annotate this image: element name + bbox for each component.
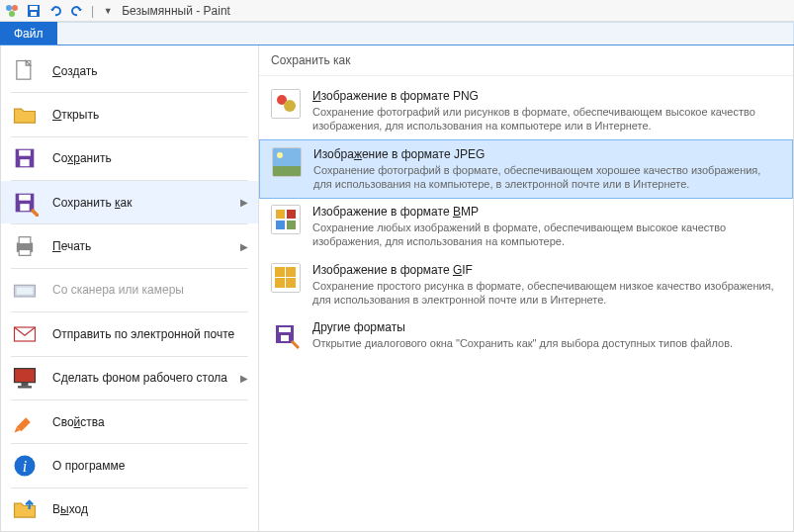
save-icon[interactable]: [26, 3, 42, 19]
menu-new[interactable]: Создать: [1, 49, 258, 92]
svg-rect-42: [281, 335, 289, 341]
format-bmp-title: Изображение в формате BMP: [312, 205, 781, 219]
format-jpeg-desc: Сохранение фотографий в формате, обеспеч…: [313, 163, 780, 192]
menu-about[interactable]: i О программе: [1, 444, 258, 487]
svg-rect-14: [19, 237, 31, 244]
undo-icon[interactable]: [47, 3, 63, 19]
gif-thumb-icon: [271, 263, 301, 293]
png-thumb-icon: [271, 89, 301, 119]
menu-save-label: Сохранить: [52, 151, 112, 165]
svg-rect-17: [17, 288, 33, 295]
menu-exit[interactable]: Выход: [1, 488, 258, 531]
menu-scanner-label: Со сканера или камеры: [52, 283, 184, 297]
save-as-panel: Сохранить как Изображение в формате PNG …: [258, 45, 793, 531]
svg-rect-8: [19, 150, 31, 156]
svg-point-0: [6, 5, 12, 11]
format-gif-title: Изображение в формате GIF: [312, 263, 781, 277]
format-other[interactable]: Другие форматы Открытие диалогового окна…: [259, 313, 793, 357]
format-png[interactable]: Изображение в формате PNG Сохранение фот…: [259, 82, 793, 140]
svg-rect-9: [20, 160, 29, 167]
menu-print-label: Печать: [52, 239, 91, 253]
svg-rect-36: [275, 267, 285, 277]
format-bmp[interactable]: Изображение в формате BMP Сохранение люб…: [259, 198, 793, 256]
file-tab-label: Файл: [14, 27, 44, 41]
svg-rect-28: [273, 166, 301, 176]
ribbon-tabs: Файл: [0, 22, 794, 45]
svg-rect-37: [286, 267, 296, 277]
svg-rect-32: [287, 210, 296, 219]
mail-icon: [11, 320, 39, 348]
menu-open-label: Открыть: [52, 108, 99, 122]
format-list: Изображение в формате PNG Сохранение фот…: [259, 76, 793, 364]
open-icon: [11, 101, 39, 129]
bmp-thumb-icon: [271, 205, 301, 234]
svg-point-1: [12, 5, 18, 11]
menu-set-wallpaper-label: Сделать фоном рабочего стола: [52, 371, 227, 385]
properties-icon: [11, 408, 39, 436]
svg-rect-41: [279, 327, 291, 332]
menu-new-label: Создать: [52, 64, 98, 78]
menu-open[interactable]: Открыть: [1, 93, 258, 135]
new-icon: [11, 57, 39, 85]
left-menu: Создать Открыть Сохранить: [1, 45, 258, 531]
chevron-right-icon: ▶: [240, 241, 248, 252]
svg-rect-21: [18, 386, 32, 388]
svg-point-29: [277, 152, 283, 158]
menu-send-email[interactable]: Отправить по электронной почте: [1, 312, 258, 355]
format-png-desc: Сохранение фотографий или рисунков в фор…: [312, 105, 781, 133]
menu-about-label: О программе: [52, 459, 125, 473]
info-icon: i: [11, 452, 39, 480]
menu-save-as[interactable]: Сохранить как ▶: [1, 181, 258, 223]
scanner-icon: [11, 276, 39, 304]
svg-rect-33: [276, 221, 285, 229]
redo-icon[interactable]: [69, 3, 85, 19]
svg-rect-27: [273, 148, 301, 166]
other-format-icon: [271, 320, 301, 350]
window-title: Безымянный - Paint: [122, 4, 230, 18]
svg-rect-5: [31, 12, 37, 16]
menu-properties[interactable]: Свойства: [1, 400, 258, 443]
svg-rect-34: [287, 221, 296, 229]
format-bmp-desc: Сохранение любых изображений в формате, …: [312, 221, 781, 249]
svg-rect-31: [276, 210, 285, 219]
chevron-right-icon: ▶: [240, 197, 248, 208]
svg-rect-38: [275, 278, 285, 288]
svg-rect-19: [15, 369, 36, 383]
panel-header: Сохранить как: [259, 45, 793, 76]
svg-text:i: i: [23, 457, 28, 476]
svg-rect-15: [19, 250, 31, 256]
format-jpeg[interactable]: Изображение в формате JPEG Сохранение фо…: [259, 139, 793, 200]
menu-print[interactable]: Печать ▶: [1, 224, 258, 267]
svg-rect-20: [22, 383, 29, 387]
svg-rect-11: [19, 195, 31, 201]
save-disk-icon: [11, 144, 39, 172]
paint-window: | ▼ Безымянный - Paint Файл Создать: [0, 0, 794, 532]
format-other-title: Другие форматы: [312, 320, 781, 334]
svg-rect-12: [20, 204, 29, 211]
svg-point-2: [9, 11, 15, 17]
menu-save[interactable]: Сохранить: [1, 137, 258, 180]
app-icon: [4, 3, 20, 19]
jpeg-thumb-icon: [272, 147, 302, 177]
qat-dropdown-icon[interactable]: ▼: [100, 3, 116, 19]
menu-properties-label: Свойства: [52, 415, 105, 429]
svg-rect-39: [286, 278, 296, 288]
ribbon-empty-area: [57, 22, 794, 44]
svg-point-26: [284, 100, 296, 112]
format-gif-desc: Сохранение простого рисунка в формате, о…: [312, 279, 781, 308]
file-tab[interactable]: Файл: [0, 22, 57, 44]
menu-set-wallpaper[interactable]: Сделать фоном рабочего стола ▶: [1, 357, 258, 399]
svg-rect-4: [30, 6, 38, 10]
desktop-icon: [11, 364, 39, 392]
menu-save-as-label: Сохранить как: [52, 196, 132, 210]
chevron-right-icon: ▶: [240, 373, 248, 384]
menu-exit-label: Выход: [52, 502, 88, 516]
title-bar: | ▼ Безымянный - Paint: [0, 0, 794, 22]
exit-icon: [11, 495, 39, 523]
menu-send-email-label: Отправить по электронной почте: [52, 327, 234, 341]
format-png-title: Изображение в формате PNG: [312, 89, 781, 103]
format-gif[interactable]: Изображение в формате GIF Сохранение про…: [259, 256, 793, 314]
save-as-icon: [11, 189, 39, 217]
backstage: Создать Открыть Сохранить: [0, 45, 794, 532]
quick-access-toolbar: | ▼: [4, 3, 116, 19]
